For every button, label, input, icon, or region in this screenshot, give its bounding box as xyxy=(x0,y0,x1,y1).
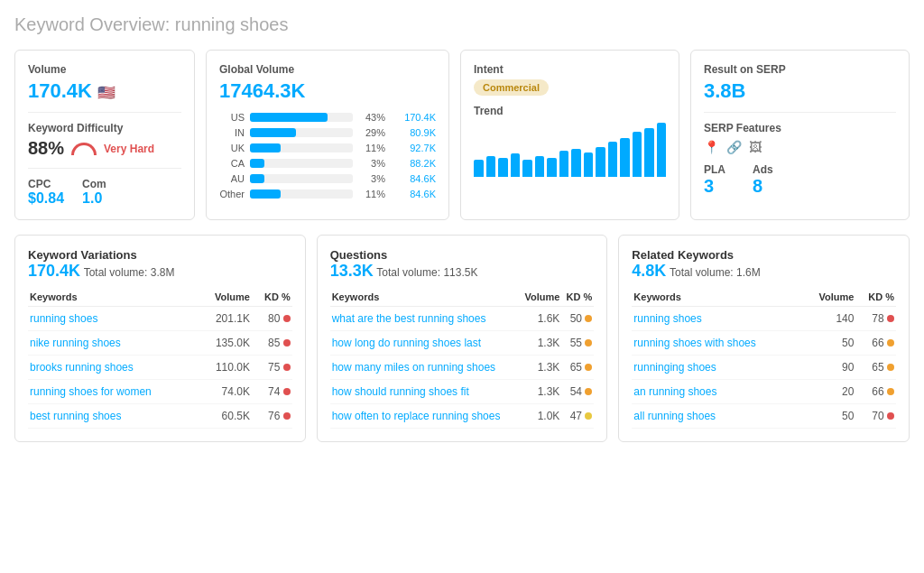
keyword-cell[interactable]: running shoes for women xyxy=(28,380,199,404)
table-row: running shoes 140 78 xyxy=(632,307,896,331)
keyword-link[interactable]: runninging shoes xyxy=(633,361,716,374)
bar-num: 84.6K xyxy=(391,173,436,184)
kd-arc-icon xyxy=(71,143,97,155)
table-row: brooks running shoes 110.0K 75 xyxy=(28,356,292,380)
trend-bar-item xyxy=(474,160,484,177)
trend-bar-item xyxy=(657,123,667,177)
trend-bar-item xyxy=(633,132,642,177)
kd-cell: 50 xyxy=(561,307,594,331)
keyword-cell[interactable]: runninging shoes xyxy=(632,356,803,380)
keyword-link[interactable]: running shoes xyxy=(30,312,97,325)
kd-dot xyxy=(283,315,291,322)
table-row: running shoes for women 74.0K 74 xyxy=(28,380,292,404)
trend-bar-item xyxy=(522,160,532,177)
kv-table: Keywords Volume KD % running shoes 201.1… xyxy=(28,288,292,429)
keyword-cell[interactable]: brooks running shoes xyxy=(28,356,199,380)
keyword-cell[interactable]: running shoes xyxy=(28,307,199,331)
volume-cell: 1.0K xyxy=(519,404,561,429)
bar-country-label: UK xyxy=(219,143,245,153)
keyword-cell[interactable]: how many miles on running shoes xyxy=(330,356,520,380)
keyword-link[interactable]: brooks running shoes xyxy=(30,361,134,374)
kd-cell: 80 xyxy=(252,307,292,331)
flag-icon: 🇺🇸 xyxy=(97,85,116,100)
keyword-link[interactable]: all running shoes xyxy=(633,410,716,422)
trend-bars xyxy=(474,123,666,177)
table-row: how many miles on running shoes 1.3K 65 xyxy=(330,356,595,380)
keyword-cell[interactable]: how often to replace running shoes xyxy=(330,404,520,429)
table-row: how long do running shoes last 1.3K 55 xyxy=(330,331,595,356)
com-value: 1.0 xyxy=(82,190,106,207)
bar-fill xyxy=(250,174,264,183)
keyword-variations-card: Keyword Variations 170.4K Total volume: … xyxy=(14,235,306,442)
bar-fill xyxy=(250,128,296,137)
table-row: what are the best running shoes 1.6K 50 xyxy=(330,307,595,331)
keyword-cell[interactable]: what are the best running shoes xyxy=(330,307,520,331)
trend-bar-item xyxy=(571,149,581,177)
kd-dot xyxy=(887,388,894,395)
keyword-cell[interactable]: nike running shoes xyxy=(28,331,199,356)
kd-dot xyxy=(585,315,592,322)
keyword-link[interactable]: running shoes xyxy=(633,312,701,325)
keyword-link[interactable]: running shoes for women xyxy=(30,385,152,398)
kv-col-kd: KD % xyxy=(252,288,292,307)
kd-cell: 66 xyxy=(855,380,896,404)
keyword-link[interactable]: how long do running shoes last xyxy=(332,337,481,349)
keyword-link[interactable]: what are the best running shoes xyxy=(332,312,486,325)
kv-header: Keyword Variations 170.4K Total volume: … xyxy=(28,248,292,281)
table-row: an running shoes 20 66 xyxy=(632,380,896,404)
keyword-link[interactable]: an running shoes xyxy=(633,385,716,398)
kd-dot xyxy=(887,339,894,347)
bar-country-label: CA xyxy=(219,158,245,169)
keyword-cell[interactable]: an running shoes xyxy=(632,380,803,404)
pla-ads-row: PLA 3 Ads 8 xyxy=(704,163,896,197)
keyword-cell[interactable]: how long do running shoes last xyxy=(330,331,520,356)
country-bar-row: CA 3% 88.2K xyxy=(219,158,436,169)
keyword-link[interactable]: running shoes with shoes xyxy=(633,337,755,349)
volume-value: 170.4K 🇺🇸 xyxy=(28,79,181,103)
trend-bar-item xyxy=(511,153,521,177)
global-value: 17464.3K xyxy=(219,79,436,103)
q-col-kd: KD % xyxy=(561,288,594,307)
pla-value: 3 xyxy=(704,176,725,197)
serp-features-label: SERP Features xyxy=(704,122,896,134)
keyword-cell[interactable]: all running shoes xyxy=(632,404,803,429)
trend-bar-item xyxy=(596,147,605,177)
bar-track xyxy=(250,159,353,168)
keyword-cell[interactable]: running shoes xyxy=(632,307,803,331)
serp-label: Result on SERP xyxy=(704,63,896,76)
bar-track xyxy=(250,143,353,152)
kd-dot xyxy=(585,412,592,420)
volume-cell: 50 xyxy=(803,404,855,429)
kd-label: Keyword Difficulty xyxy=(28,122,181,134)
global-volume-card: Global Volume 17464.3K US 43% 170.4K IN … xyxy=(206,50,449,220)
rk-col-kd: KD % xyxy=(855,288,896,307)
bar-pct: 3% xyxy=(358,158,385,169)
table-row: running shoes with shoes 50 66 xyxy=(632,331,896,356)
keyword-cell[interactable]: best running shoes xyxy=(28,404,199,429)
volume-cell: 140 xyxy=(803,307,855,331)
keyword-link[interactable]: how many miles on running shoes xyxy=(332,361,495,374)
bar-num: 88.2K xyxy=(391,158,436,169)
country-bar-row: AU 3% 84.6K xyxy=(219,173,436,184)
intent-card: Intent Commercial Trend xyxy=(460,50,679,220)
volume-cell: 20 xyxy=(803,380,855,404)
volume-cell: 201.1K xyxy=(199,307,252,331)
volume-label: Volume xyxy=(28,63,181,76)
kd-cell: 76 xyxy=(252,404,292,429)
keyword-link[interactable]: nike running shoes xyxy=(30,337,121,349)
keyword-cell[interactable]: running shoes with shoes xyxy=(632,331,803,356)
rk-count: 4.8K xyxy=(632,262,666,280)
keyword-cell[interactable]: how should running shoes fit xyxy=(330,380,520,404)
keyword-link[interactable]: best running shoes xyxy=(30,410,121,422)
keyword-link[interactable]: how often to replace running shoes xyxy=(332,410,501,422)
location-icon: 📍 xyxy=(704,140,719,154)
bar-track xyxy=(250,174,353,183)
image-icon: 🖼 xyxy=(749,140,762,154)
bar-num: 92.7K xyxy=(391,143,436,153)
kd-dot xyxy=(585,388,592,395)
kd-cell: 74 xyxy=(252,380,292,404)
cpc-item: CPC $0.84 xyxy=(28,178,64,207)
keyword-link[interactable]: how should running shoes fit xyxy=(332,385,469,398)
kd-cell: 47 xyxy=(561,404,594,429)
rk-total: Total volume: 1.6M xyxy=(670,266,761,279)
